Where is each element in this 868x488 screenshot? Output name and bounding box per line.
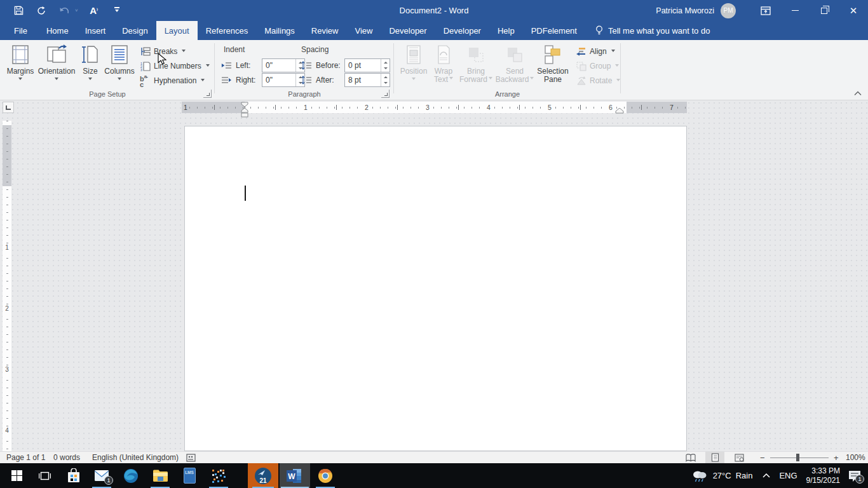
weather-desc[interactable]: Rain [736, 471, 753, 480]
avatar[interactable]: PM [721, 3, 736, 18]
position-icon [406, 43, 421, 66]
size-icon [81, 43, 99, 66]
line-numbers-dropdown-icon [206, 64, 210, 69]
document-page[interactable] [184, 126, 687, 451]
indent-left-input[interactable]: 0" [262, 58, 305, 72]
paragraph-dialog-launcher[interactable] [381, 90, 390, 98]
taskbar-app-word[interactable]: W [280, 463, 310, 488]
right-indent-marker[interactable] [615, 108, 624, 114]
language-indicator[interactable]: English (United Kingdom) [92, 453, 179, 462]
tab-selector[interactable] [3, 102, 14, 113]
taskbar-app-chrome[interactable] [311, 463, 339, 488]
spacing-after-down-icon[interactable] [381, 80, 390, 86]
tab-help[interactable]: Help [489, 21, 523, 40]
customize-qat-icon[interactable] [110, 4, 124, 18]
tab-view[interactable]: View [346, 21, 381, 40]
weather-temp[interactable]: 27°C [713, 471, 731, 480]
zoom-in-button[interactable]: + [834, 453, 839, 463]
word-window: ˅ A⁾ Document2 - Word Patricia Mworozi P… [0, 0, 868, 488]
tab-insert[interactable]: Insert [77, 21, 114, 40]
vertical-ruler[interactable]: 1 2 3 4 [3, 121, 11, 451]
taskbar-app-clock21[interactable]: 21 [248, 463, 278, 488]
minimize-button[interactable] [780, 0, 810, 21]
read-aloud-icon[interactable]: A⁾ [87, 4, 101, 18]
margins-button[interactable]: Margins [4, 43, 37, 82]
tab-layout[interactable]: Layout [156, 21, 198, 40]
clock21-icon: 21 [255, 468, 271, 484]
notification-center-icon[interactable]: 1 [848, 470, 862, 482]
indent-right-icon [221, 76, 233, 85]
clock[interactable]: 3:33 PM 9/15/2021 [806, 466, 840, 485]
tab-pdfelement[interactable]: PDFelement [523, 21, 585, 40]
group-page-setup: Margins Orientation Size [0, 40, 215, 100]
tray-expand-icon[interactable] [763, 473, 770, 478]
zoom-out-button[interactable]: − [760, 453, 765, 463]
spacing-after-input[interactable]: 8 pt [344, 73, 390, 87]
tab-developer-1[interactable]: Developer [381, 21, 435, 40]
tell-me-label: Tell me what you want to do [608, 26, 710, 36]
weather-icon[interactable] [691, 469, 708, 483]
close-button[interactable]: ✕ [839, 0, 868, 21]
collapse-ribbon-icon[interactable] [853, 90, 863, 97]
document-workspace[interactable]: 1 1 2 3 4 5 6 7 1 2 3 4 [0, 100, 868, 451]
indent-markers[interactable] [240, 102, 249, 118]
taskbar-app-file-explorer[interactable] [146, 463, 174, 488]
taskbar-app-mail[interactable]: 1 [88, 463, 116, 488]
tab-file[interactable]: File [3, 21, 38, 40]
hyphenation-icon: ba-c [140, 76, 151, 86]
wrap-text-dropdown-icon [449, 77, 453, 81]
line-numbers-button[interactable]: 123 Line Numbers [140, 60, 210, 72]
zoom-level[interactable]: 100% [846, 453, 865, 462]
indent-section-label: Indent [224, 45, 245, 54]
orientation-button[interactable]: Orientation [37, 43, 76, 82]
macro-record-icon[interactable] [186, 454, 196, 462]
word-count[interactable]: 0 words [53, 453, 80, 462]
task-view-button[interactable] [31, 463, 58, 488]
hyphenation-button[interactable]: ba-c Hyphenation [140, 74, 205, 87]
tab-review[interactable]: Review [303, 21, 347, 40]
tab-mailings[interactable]: Mailings [256, 21, 303, 40]
horizontal-ruler[interactable]: 1 1 2 3 4 5 6 7 [182, 102, 687, 113]
columns-button[interactable]: Columns [103, 43, 136, 82]
size-dropdown-icon [88, 78, 92, 82]
page-setup-dialog-launcher[interactable] [203, 90, 212, 98]
word-icon: W [287, 468, 303, 484]
ribbon-display-options-icon[interactable] [751, 0, 780, 21]
start-button[interactable] [3, 463, 31, 488]
zoom-slider[interactable] [770, 458, 829, 458]
tab-references[interactable]: References [198, 21, 256, 40]
zoom-slider-thumb[interactable] [796, 454, 799, 461]
orientation-icon [45, 43, 68, 66]
size-button[interactable]: Size [78, 43, 103, 82]
align-button[interactable]: Align [576, 45, 615, 58]
page-indicator[interactable]: Page 1 of 1 [6, 453, 45, 462]
svg-text:W: W [288, 472, 295, 481]
tab-design[interactable]: Design [114, 21, 156, 40]
tell-me-box[interactable]: Tell me what you want to do [595, 21, 710, 40]
ruler-number: 6 [607, 104, 614, 111]
taskbar-app-edge[interactable] [117, 463, 145, 488]
group-icon [576, 61, 587, 71]
edge-icon [123, 468, 139, 484]
bring-forward-dropdown-icon [489, 77, 492, 81]
selection-pane-button[interactable]: SelectionPane [536, 43, 569, 84]
indent-right-input[interactable]: 0" [262, 73, 305, 87]
user-name[interactable]: Patricia Mworozi [656, 6, 714, 15]
tab-developer-2[interactable]: Developer [435, 21, 489, 40]
pixel-grid-icon [211, 468, 226, 484]
tab-home[interactable]: Home [38, 21, 77, 40]
language-indicator-tray[interactable]: ENG [779, 471, 797, 480]
web-layout-button[interactable] [729, 452, 749, 463]
spacing-after-up-icon[interactable] [381, 74, 390, 80]
taskbar-app-lms[interactable]: LMS [175, 463, 203, 488]
repeat-icon[interactable] [34, 4, 48, 18]
read-mode-button[interactable] [681, 452, 700, 463]
taskbar-app-pixel-grid[interactable] [205, 463, 233, 488]
restore-button[interactable] [810, 0, 839, 21]
spacing-before-input[interactable]: 0 pt [344, 58, 390, 72]
spacing-before-up-icon[interactable] [381, 59, 390, 65]
print-layout-button[interactable] [705, 452, 724, 463]
save-icon[interactable] [11, 4, 25, 18]
spacing-before-down-icon[interactable] [381, 65, 390, 72]
taskbar-app-store[interactable] [60, 463, 88, 488]
